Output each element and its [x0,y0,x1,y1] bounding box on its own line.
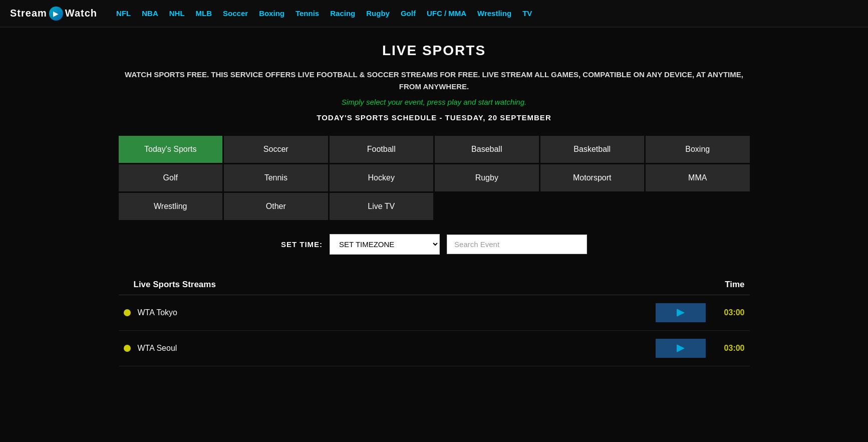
stream-play-button[interactable] [656,303,706,322]
nav-link-wrestling[interactable]: Wrestling [473,7,515,20]
navbar: Stream ▶ Watch NFLNBANHLMLBSoccerBoxingT… [0,0,868,28]
nav-link-boxing[interactable]: Boxing [255,7,288,20]
nav-link-racing[interactable]: Racing [326,7,359,20]
logo[interactable]: Stream ▶ Watch [10,7,97,21]
nav-link-mlb[interactable]: MLB [192,7,216,20]
streams-header: Live Sports Streams Time [119,275,750,295]
stream-dot [124,309,131,316]
main-content: LIVE SPORTS WATCH SPORTS FREE. THIS SERV… [109,28,760,381]
stream-row: WTA Tokyo03:00 [119,295,750,331]
stream-name: WTA Seoul [138,344,656,353]
logo-text-right: Watch [65,8,97,19]
nav-link-tv[interactable]: TV [518,7,536,20]
page-title: LIVE SPORTS [119,43,750,59]
nav-link-nba[interactable]: NBA [138,7,162,20]
stream-time: 03:00 [715,344,745,353]
sport-btn-golf[interactable]: Golf [119,164,223,191]
hero-subtitle: WATCH SPORTS FREE. THIS SERVICE OFFERS L… [119,69,750,93]
sport-btn-other[interactable]: Other [224,193,328,220]
nav-links: NFLNBANHLMLBSoccerBoxingTennisRacingRugb… [112,9,536,18]
hero-tagline: Simply select your event, press play and… [119,98,750,106]
sport-btn-live-tv[interactable]: Live TV [330,193,434,220]
stream-dot [124,345,131,352]
logo-icon: ▶ [49,7,63,21]
nav-link-nhl[interactable]: NHL [165,7,189,20]
sport-btn-mma[interactable]: MMA [646,164,750,191]
streams-header-title: Live Sports Streams [134,280,216,290]
schedule-date: TODAY'S SPORTS SCHEDULE - TUESDAY, 20 SE… [119,113,750,122]
logo-text-left: Stream [10,8,47,19]
play-icon [677,344,685,352]
nav-link-golf[interactable]: Golf [397,7,420,20]
nav-link-tennis[interactable]: Tennis [292,7,323,20]
stream-row: WTA Seoul03:00 [119,331,750,366]
stream-rows: WTA Tokyo03:00WTA Seoul03:00 [119,295,750,366]
stream-play-button[interactable] [656,339,706,358]
search-event-input[interactable] [447,235,587,254]
play-icon [677,309,685,317]
streams-section: Live Sports Streams Time WTA Tokyo03:00W… [119,275,750,366]
timezone-select[interactable]: SET TIMEZONE [330,234,440,255]
sport-btn-wrestling[interactable]: Wrestling [119,193,223,220]
sport-btn-boxing[interactable]: Boxing [646,136,750,163]
sport-btn-basketball[interactable]: Basketball [540,136,645,163]
set-time-label: SET TIME: [281,240,323,249]
sport-btn-soccer[interactable]: Soccer [224,136,328,163]
nav-link-ufc--mma[interactable]: UFC / MMA [423,7,470,20]
sport-btn-today's-sports[interactable]: Today's Sports [119,136,223,163]
sport-btn-baseball[interactable]: Baseball [435,136,539,163]
sport-grid: Today's SportsSoccerFootballBaseballBask… [119,136,750,220]
sport-btn-football[interactable]: Football [330,136,434,163]
nav-link-soccer[interactable]: Soccer [219,7,252,20]
stream-name: WTA Tokyo [138,308,656,317]
nav-link-nfl[interactable]: NFL [112,7,135,20]
set-time-row: SET TIME: SET TIMEZONE [119,234,750,255]
stream-time: 03:00 [715,308,745,317]
sport-btn-hockey[interactable]: Hockey [330,164,434,191]
sport-btn-motorsport[interactable]: Motorsport [540,164,645,191]
streams-header-time: Time [725,280,749,290]
nav-link-rugby[interactable]: Rugby [362,7,394,20]
sport-btn-tennis[interactable]: Tennis [224,164,328,191]
sport-btn-rugby[interactable]: Rugby [435,164,539,191]
